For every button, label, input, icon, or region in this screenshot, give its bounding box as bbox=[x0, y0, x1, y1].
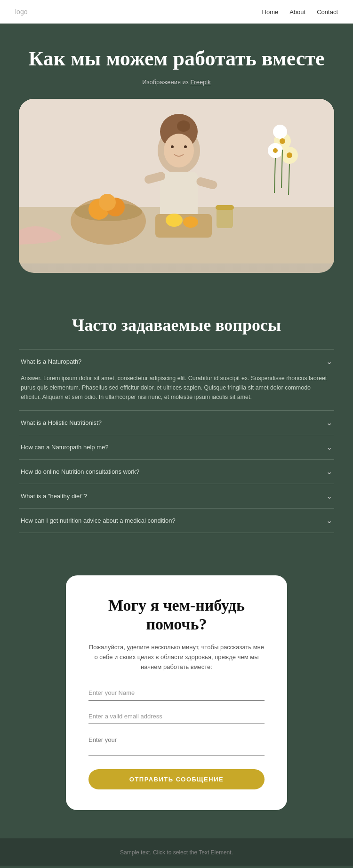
chevron-down-icon-3: ⌄ bbox=[326, 443, 332, 452]
contact-card: Могу я чем-нибудь помочь? Пожалуйста, уд… bbox=[66, 575, 287, 810]
faq-section: Часто задаваемые вопросы What is a Natur… bbox=[0, 292, 353, 552]
faq-header-3[interactable]: How can a Naturopath help me? ⌄ bbox=[19, 435, 334, 459]
contact-description: Пожалуйста, уделите несколько минут, что… bbox=[88, 643, 265, 672]
faq-answer-1: Answer. Lorem ipsum dolor sit amet, cons… bbox=[19, 374, 334, 410]
hero-title: Как мы можем работать вместе bbox=[19, 47, 334, 71]
faq-question-1: What is a Naturopath? bbox=[21, 358, 81, 365]
hero-image-container bbox=[19, 99, 334, 273]
faq-question-2: What is a Holistic Nutritionist? bbox=[21, 419, 102, 426]
faq-question-4: How do online Nutrition consultations wo… bbox=[21, 468, 139, 475]
chevron-down-icon-1: ⌄ bbox=[326, 357, 332, 366]
freepik-link[interactable]: Freepik bbox=[190, 79, 210, 86]
email-input[interactable] bbox=[88, 709, 265, 724]
svg-point-12 bbox=[177, 120, 190, 132]
contact-form: ОТПРАВИТЬ СООБЩЕНИЕ bbox=[88, 685, 265, 789]
svg-point-28 bbox=[183, 216, 198, 228]
svg-point-6 bbox=[99, 194, 116, 211]
faq-item-2: What is a Holistic Nutritionist? ⌄ bbox=[19, 411, 334, 435]
faq-item-5: What is a "healthy diet"? ⌄ bbox=[19, 484, 334, 509]
svg-rect-29 bbox=[217, 207, 233, 228]
svg-rect-26 bbox=[155, 214, 212, 238]
faq-item-1: What is a Naturopath? ⌄ Answer. Lorem ip… bbox=[19, 349, 334, 411]
faq-item-4: How do online Nutrition consultations wo… bbox=[19, 460, 334, 484]
hero-illustration bbox=[19, 99, 334, 263]
footer-text: Sample text. Click to select the Text El… bbox=[120, 849, 233, 856]
faq-header-4[interactable]: How do online Nutrition consultations wo… bbox=[19, 460, 334, 484]
svg-point-13 bbox=[164, 134, 194, 167]
faq-header-1[interactable]: What is a Naturopath? ⌄ bbox=[19, 350, 334, 374]
svg-point-19 bbox=[273, 125, 287, 139]
site-footer: Sample text. Click to select the Text El… bbox=[0, 838, 353, 866]
chevron-down-icon-5: ⌄ bbox=[326, 492, 332, 501]
contact-title: Могу я чем-нибудь помочь? bbox=[88, 596, 265, 635]
faq-question-6: How can I get nutrition advice about a m… bbox=[21, 517, 176, 524]
svg-point-15 bbox=[184, 145, 187, 148]
faq-header-5[interactable]: What is a "healthy diet"? ⌄ bbox=[19, 484, 334, 508]
chevron-down-icon-2: ⌄ bbox=[326, 418, 332, 427]
svg-point-14 bbox=[171, 145, 174, 148]
svg-point-27 bbox=[166, 214, 183, 227]
faq-header-2[interactable]: What is a Holistic Nutritionist? ⌄ bbox=[19, 411, 334, 435]
hero-subtitle: Изображения из Freepik bbox=[19, 79, 334, 86]
nav-home[interactable]: Home bbox=[262, 8, 279, 16]
svg-point-22 bbox=[287, 152, 292, 158]
site-header: logo Home About Contact bbox=[0, 0, 353, 24]
name-input[interactable] bbox=[88, 685, 265, 701]
logo: logo bbox=[15, 8, 27, 16]
faq-question-5: What is a "healthy diet"? bbox=[21, 493, 87, 500]
hero-section: Как мы можем работать вместе Изображения… bbox=[0, 24, 353, 292]
nav-contact[interactable]: Contact bbox=[317, 8, 338, 16]
faq-item-3: How can a Naturopath help me? ⌄ bbox=[19, 435, 334, 460]
faq-title: Часто задаваемые вопросы bbox=[19, 315, 334, 335]
main-nav: Home About Contact bbox=[262, 8, 338, 16]
svg-point-21 bbox=[273, 148, 278, 153]
faq-question-3: How can a Naturopath help me? bbox=[21, 444, 108, 451]
chevron-down-icon-4: ⌄ bbox=[326, 467, 332, 476]
submit-button[interactable]: ОТПРАВИТЬ СООБЩЕНИЕ bbox=[88, 769, 265, 789]
svg-rect-30 bbox=[216, 205, 234, 210]
chevron-down-icon-6: ⌄ bbox=[326, 516, 332, 525]
nav-about[interactable]: About bbox=[289, 8, 305, 16]
faq-header-6[interactable]: How can I get nutrition advice about a m… bbox=[19, 509, 334, 533]
contact-section: Могу я чем-нибудь помочь? Пожалуйста, уд… bbox=[0, 552, 353, 838]
hero-image bbox=[19, 99, 334, 273]
svg-point-20 bbox=[280, 138, 285, 144]
message-textarea[interactable] bbox=[88, 733, 265, 756]
faq-item-6: How can I get nutrition advice about a m… bbox=[19, 509, 334, 533]
